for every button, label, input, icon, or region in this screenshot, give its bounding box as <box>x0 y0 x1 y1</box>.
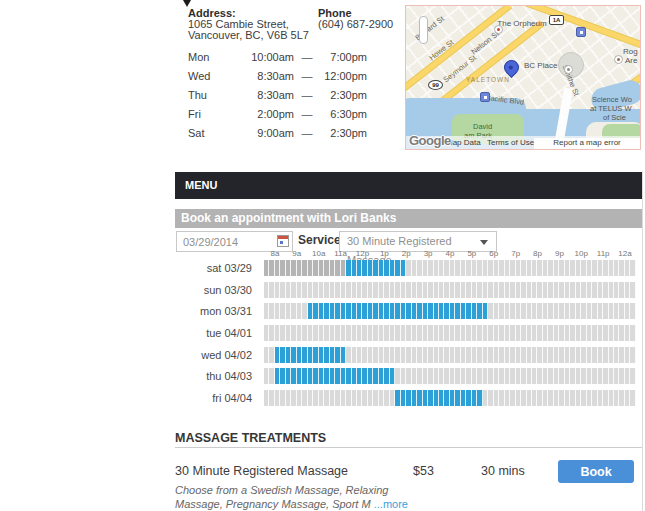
grid-row-label: mon 03/31 <box>175 303 252 319</box>
more-link[interactable]: ...more <box>374 498 408 510</box>
menu-label: MENU <box>185 179 217 191</box>
hour-tick-label: 2p <box>394 249 418 258</box>
hour-tick-label: 5p <box>460 249 484 258</box>
grid-row-track <box>264 325 636 341</box>
service-label: Service <box>298 233 341 247</box>
address-line2: Vancouver, BC, V6B 5L7 <box>188 29 309 41</box>
booking-header-title: Book an appointment with Lori Banks <box>181 211 396 225</box>
hours-cell: — <box>294 70 320 82</box>
hour-tick-label: 10a <box>307 249 331 258</box>
grid-row-label: fri 04/04 <box>175 390 252 406</box>
timeslot-cell-open <box>630 303 635 319</box>
map-highway-shield: 1A <box>549 15 564 25</box>
hours-cell: Thu <box>188 89 238 101</box>
phone-value: (604) 687-2900 <box>318 18 393 30</box>
hours-cell: 8:30am <box>238 89 294 101</box>
hour-tick-label: 12a <box>613 249 637 258</box>
hours-cell: 2:30pm <box>320 89 367 101</box>
book-button[interactable]: Book <box>558 460 634 483</box>
timeslot-cell-open <box>630 347 635 363</box>
address-block: Address: 1065 Cambie Street, Vancouver, … <box>188 8 309 41</box>
calendar-icon[interactable] <box>277 235 289 247</box>
grid-row-track <box>264 347 636 363</box>
hour-tick-label: 6p <box>482 249 506 258</box>
treatments-heading: MASSAGE TREATMENTS <box>175 431 326 445</box>
grid-row-track <box>264 390 636 406</box>
hour-tick-label: 9p <box>547 249 571 258</box>
map-pin-tip-icon <box>183 0 191 7</box>
timeslot-cell-open <box>630 390 635 406</box>
hours-cell: 2:30pm <box>320 127 367 139</box>
hour-tick-label: 11a <box>329 249 353 258</box>
content-right-border <box>642 171 643 511</box>
map-poi-marker[interactable] <box>494 25 503 34</box>
grid-row-track <box>264 303 636 319</box>
hours-cell: 2:00pm <box>238 108 294 120</box>
hours-cell: Wed <box>188 70 238 82</box>
timeslot-cell-open <box>630 368 635 384</box>
timeslot-cell-open <box>630 282 635 298</box>
hour-tick-label: 7p <box>504 249 528 258</box>
phone-block: Phone (604) 687-2900 <box>318 8 393 30</box>
treatment-description: Choose from a Swedish Massage, Relaxing … <box>175 483 431 511</box>
hours-cell: Fri <box>188 108 238 120</box>
hours-cell: 10:00am <box>238 51 294 63</box>
treatment-description-text: Choose from a Swedish Massage, Relaxing … <box>175 484 388 510</box>
hour-tick-label: 12p <box>350 249 374 258</box>
hours-cell: — <box>294 108 320 120</box>
treatment-duration: 30 mins <box>481 464 525 478</box>
hours-cell: 12:00pm <box>320 70 367 82</box>
menu-bar[interactable]: MENU <box>175 172 643 199</box>
hour-tick-label: 3p <box>416 249 440 258</box>
hours-cell: Mon <box>188 51 238 63</box>
hour-tick-label: 1p <box>372 249 396 258</box>
hour-tick-label: 4p <box>438 249 462 258</box>
hours-table: Mon10:00am—7:00pmWed8:30am—12:00pmThu8:3… <box>188 51 367 139</box>
map-data-link[interactable]: Map Data <box>446 138 481 147</box>
hours-cell: Sat <box>188 127 238 139</box>
map-transit-icon[interactable] <box>576 27 586 37</box>
treatment-price: $53 <box>413 464 434 478</box>
booking-panel-header: Book an appointment with Lori Banks <box>175 209 643 228</box>
grid-row-label: tue 04/01 <box>175 325 252 341</box>
hours-cell: — <box>294 89 320 101</box>
timeslot-cell-open <box>630 325 635 341</box>
map-zoom-slider[interactable] <box>419 16 428 44</box>
hours-cell: — <box>294 127 320 139</box>
hours-cell: 8:30am <box>238 70 294 82</box>
hour-tick-label: 8p <box>526 249 550 258</box>
booking-page: Address: 1065 Cambie Street, Vancouver, … <box>0 0 645 511</box>
grid-row-label: wed 04/02 <box>175 347 252 363</box>
hours-cell: 6:30pm <box>320 108 367 120</box>
grid-row-track <box>264 368 636 384</box>
google-logo[interactable]: Google <box>409 133 451 148</box>
grid-row-label: sun 03/30 <box>175 282 252 298</box>
grid-row-track <box>264 282 636 298</box>
map-transit-icon[interactable] <box>480 92 490 102</box>
report-map-error-link[interactable]: Report a map error <box>534 138 640 150</box>
map-poi-marker[interactable] <box>614 55 623 64</box>
divider <box>175 447 643 448</box>
grid-row-label: sat 03/29 <box>175 260 252 276</box>
grid-row-label: thu 04/03 <box>175 368 252 384</box>
treatment-name: 30 Minute Registered Massage <box>175 464 348 478</box>
map-poi-marker[interactable] <box>564 65 573 74</box>
timeslot-cell-open <box>630 260 635 276</box>
hours-cell: 7:00pm <box>320 51 367 63</box>
grid-row-track <box>264 260 636 276</box>
map-widget[interactable]: The OrpheumBC PlaceYALETOWNPacific BlvdB… <box>405 5 641 150</box>
hour-tick-label: 11p <box>591 249 615 258</box>
dropdown-caret-icon <box>480 240 488 245</box>
availability-grid: 8a9a10a11a12p1p2p3p4p5p6p7p8p9p10p11p12a… <box>175 249 643 409</box>
hour-tick-label: 8a <box>263 249 287 258</box>
hours-cell: 9:00am <box>238 127 294 139</box>
map-highway-shield: 99 <box>428 80 443 90</box>
hour-tick-label: 10p <box>569 249 593 258</box>
hours-cell: — <box>294 51 320 63</box>
terms-of-use-link[interactable]: Terms of Use <box>487 138 534 147</box>
hour-tick-label: 9a <box>285 249 309 258</box>
